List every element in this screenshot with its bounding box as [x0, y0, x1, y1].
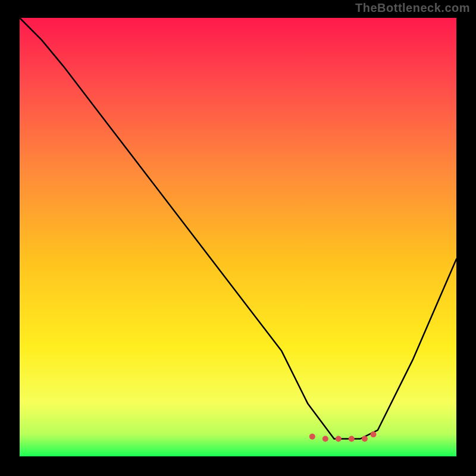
bottleneck-chart	[0, 0, 476, 476]
minimum-marker	[371, 431, 377, 437]
chart-frame: TheBottleneck.com	[0, 0, 476, 476]
minimum-marker	[309, 434, 315, 440]
minimum-marker	[322, 436, 328, 442]
minimum-marker	[336, 436, 342, 442]
minimum-marker	[362, 436, 368, 442]
watermark-text: TheBottleneck.com	[355, 1, 470, 15]
minimum-marker	[349, 436, 355, 442]
plot-background	[20, 18, 456, 456]
